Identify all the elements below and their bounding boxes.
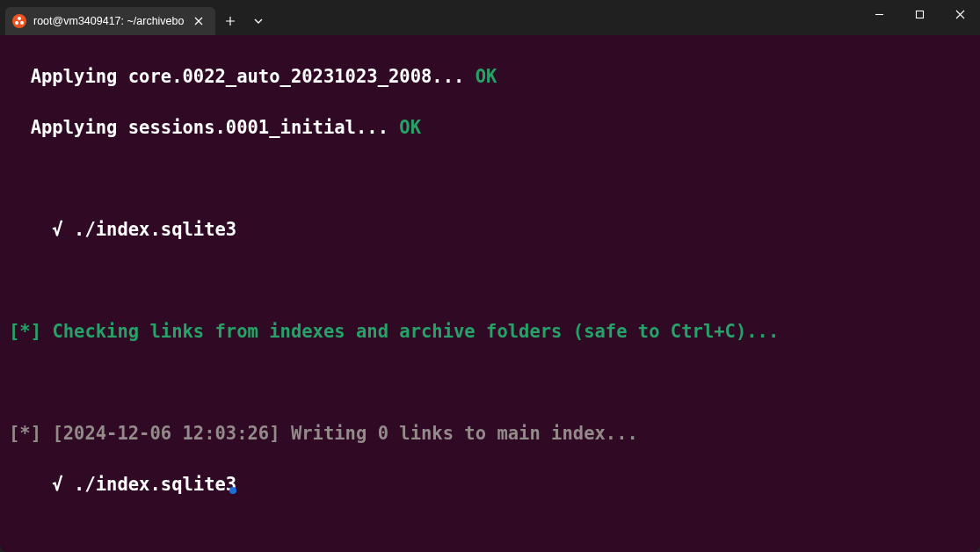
new-tab-button[interactable] bbox=[215, 7, 245, 35]
ubuntu-icon bbox=[12, 14, 26, 28]
tab-dropdown-button[interactable] bbox=[245, 7, 272, 35]
output-line: √ ./index.sqlite3 bbox=[9, 217, 971, 243]
close-tab-icon[interactable] bbox=[191, 13, 207, 29]
close-window-button[interactable] bbox=[940, 0, 980, 28]
blank-line bbox=[9, 523, 971, 548]
blank-line bbox=[9, 268, 971, 294]
window-controls bbox=[859, 0, 980, 28]
blank-line bbox=[9, 370, 971, 396]
output-line: Applying core.0022_auto_20231023_2008...… bbox=[9, 64, 971, 90]
output-line: Applying sessions.0001_initial... OK bbox=[9, 115, 971, 141]
minimize-button[interactable] bbox=[859, 0, 899, 28]
output-line: [*] Checking links from indexes and arch… bbox=[9, 319, 971, 345]
maximize-button[interactable] bbox=[899, 0, 940, 28]
blank-line bbox=[9, 166, 971, 192]
output-line: [*] [2024-12-06 12:03:26] Writing 0 link… bbox=[9, 421, 971, 447]
tab-active[interactable]: root@vm3409417: ~/archivebo bbox=[5, 7, 215, 35]
tab-title: root@vm3409417: ~/archivebo bbox=[33, 15, 184, 27]
titlebar: root@vm3409417: ~/archivebo bbox=[0, 0, 980, 35]
output-line: √ ./index.sqlite3 bbox=[9, 472, 971, 498]
svg-rect-0 bbox=[916, 11, 923, 18]
terminal-content[interactable]: Applying core.0022_auto_20231023_2008...… bbox=[0, 35, 980, 552]
